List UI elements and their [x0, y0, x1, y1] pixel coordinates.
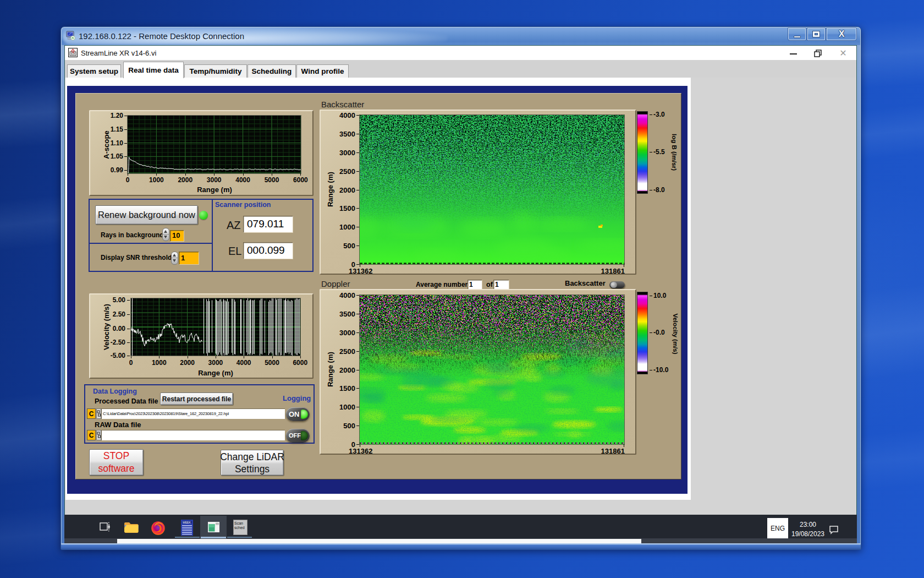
svg-text:WEEK: WEEK [183, 521, 191, 524]
